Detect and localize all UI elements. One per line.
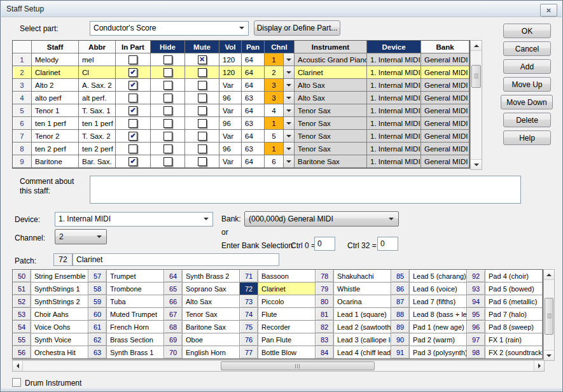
patch-name-cell[interactable]: FX 2 (soundtrack) <box>485 346 543 359</box>
patch-number-cell[interactable]: 71 <box>240 270 258 283</box>
patch-name-cell[interactable]: French Horn <box>107 321 164 333</box>
ctrl0-input[interactable] <box>314 237 335 251</box>
row-number[interactable]: 1 <box>13 53 32 66</box>
staff-name-cell[interactable]: ten 1 perf <box>32 117 79 130</box>
row-number[interactable]: 2 <box>13 66 32 79</box>
patch-number-cell[interactable]: 82 <box>316 321 334 333</box>
patch-number-cell[interactable]: 55 <box>13 333 31 346</box>
patch-number-cell[interactable]: 95 <box>467 308 485 321</box>
patch-number-cell[interactable]: 65 <box>164 283 183 295</box>
patch-number-cell[interactable]: 66 <box>164 295 183 308</box>
staff-name-cell[interactable]: Baritone <box>32 155 79 168</box>
mute-checkbox[interactable] <box>198 106 207 115</box>
hide-checkbox-cell[interactable] <box>151 104 185 117</box>
abbr-cell[interactable]: T. Sax. 2 <box>79 130 116 143</box>
patch-number-cell[interactable]: 67 <box>164 308 183 321</box>
patch-number-cell[interactable]: 93 <box>467 283 485 295</box>
abbr-cell[interactable]: ten 1 perf <box>79 117 116 130</box>
channel-cell[interactable]: 5 <box>265 130 284 143</box>
patch-name-cell[interactable]: Clarinet <box>258 283 316 295</box>
ctrl32-input[interactable] <box>377 237 398 251</box>
in-part-checkbox-cell[interactable]: ✔ <box>116 66 151 79</box>
patch-number-cell[interactable]: 92 <box>467 270 485 283</box>
instrument-cell[interactable]: Tenor Sax <box>295 117 367 130</box>
move-up-button[interactable]: Move Up <box>503 77 551 92</box>
patch-vscroll-thumb[interactable] <box>545 298 553 335</box>
bank-cell[interactable]: General MIDI <box>421 79 469 92</box>
patch-number-cell[interactable]: 87 <box>391 295 410 308</box>
device-cell[interactable]: 1. Internal MIDI <box>367 117 421 130</box>
patch-number-cell[interactable]: 73 <box>240 295 258 308</box>
in-part-checkbox-cell[interactable]: ✔ <box>116 155 151 168</box>
patch-name-cell[interactable]: Synth Brass 2 <box>183 270 240 283</box>
pan-cell[interactable]: 64 <box>242 104 265 117</box>
instrument-cell[interactable]: Acoustic Grand Piano <box>295 53 367 66</box>
patch-name-cell[interactable]: Piccolo <box>258 295 316 308</box>
in-part-checkbox-cell[interactable]: ✔ <box>116 104 151 117</box>
volume-cell[interactable]: 96 <box>219 92 242 104</box>
patch-number-cell[interactable]: 51 <box>13 283 31 295</box>
delete-button[interactable]: Delete <box>503 113 551 127</box>
hide-checkbox-cell[interactable] <box>151 53 185 66</box>
hide-checkbox[interactable] <box>163 81 172 90</box>
patch-name-cell[interactable]: Tuba <box>107 295 164 308</box>
patch-number-cell[interactable]: 64 <box>164 270 183 283</box>
channel-cell[interactable]: 2 <box>265 66 284 79</box>
channel-dropdown-button[interactable] <box>284 130 295 143</box>
patch-number-cell[interactable]: 84 <box>316 346 334 359</box>
channel-dropdown-button[interactable] <box>284 155 295 168</box>
pan-cell[interactable]: 63 <box>242 143 265 155</box>
patch-name-cell[interactable]: Recorder <box>258 321 316 333</box>
bank-dropdown[interactable]: (000,000d) General MIDI <box>244 211 399 227</box>
add-button[interactable]: Add <box>503 59 551 74</box>
channel-dropdown-button[interactable] <box>284 79 295 92</box>
staff-name-cell[interactable]: Melody <box>32 53 79 66</box>
channel-dropdown-button[interactable] <box>284 92 295 104</box>
mute-checkbox-cell[interactable] <box>185 130 219 143</box>
instrument-cell[interactable]: Tenor Sax <box>295 104 367 117</box>
patch-name-cell[interactable]: Trumpet <box>107 270 164 283</box>
patch-name-cell[interactable]: Lead 3 (calliope lead) <box>334 333 391 346</box>
device-cell[interactable]: 1. Internal MIDI <box>367 79 421 92</box>
patch-name-cell[interactable]: Voice Oohs <box>31 321 88 333</box>
channel-cell[interactable]: 6 <box>265 155 284 168</box>
patch-number-cell[interactable]: 61 <box>88 321 107 333</box>
patch-number-cell[interactable]: 96 <box>467 321 485 333</box>
hide-checkbox-cell[interactable] <box>151 66 185 79</box>
mute-checkbox-cell[interactable] <box>185 155 219 168</box>
drum-instrument-checkbox[interactable] <box>12 378 21 387</box>
patch-number-cell[interactable]: 72 <box>240 283 258 295</box>
bank-cell[interactable]: General MIDI <box>421 53 469 66</box>
patch-number-cell[interactable]: 70 <box>164 346 183 359</box>
patch-number-cell[interactable]: 94 <box>467 295 485 308</box>
staff-scrollbar-thumb[interactable] <box>471 65 481 88</box>
row-number[interactable]: 4 <box>13 92 32 104</box>
abbr-cell[interactable]: A. Sax. 2 <box>79 79 116 92</box>
device-cell[interactable]: 1. Internal MIDI <box>367 53 421 66</box>
scroll-down-button[interactable] <box>544 350 554 360</box>
patch-name-cell[interactable]: Whistle <box>334 283 391 295</box>
in-part-checkbox[interactable]: ✔ <box>129 132 137 141</box>
device-dropdown[interactable]: 1. Internal MIDI <box>55 212 213 227</box>
channel-dropdown-button[interactable] <box>284 66 295 79</box>
staff-name-cell[interactable]: Tenor 2 <box>32 130 79 143</box>
hide-checkbox-cell[interactable] <box>151 130 185 143</box>
patch-name-cell[interactable]: Pad 1 (new age) <box>410 321 467 333</box>
patch-number-cell[interactable]: 74 <box>240 308 258 321</box>
patch-number-cell[interactable]: 58 <box>88 283 107 295</box>
pan-cell[interactable]: 64 <box>242 155 265 168</box>
patch-name-cell[interactable]: Alto Sax <box>183 295 240 308</box>
patch-number-cell[interactable]: 76 <box>240 333 258 346</box>
in-part-checkbox-cell[interactable] <box>116 117 151 130</box>
device-cell[interactable]: 1. Internal MIDI <box>367 92 421 104</box>
mute-checkbox[interactable] <box>198 132 207 141</box>
patch-number-cell[interactable]: 90 <box>391 333 410 346</box>
row-number[interactable]: 8 <box>13 143 32 155</box>
staff-name-cell[interactable]: Alto 2 <box>32 79 79 92</box>
patch-number-cell[interactable]: 54 <box>13 321 31 333</box>
channel-cell[interactable]: 4 <box>265 104 284 117</box>
patch-name-cell[interactable]: Lead 8 (bass + lead) <box>410 308 467 321</box>
patch-number-cell[interactable]: 78 <box>316 270 334 283</box>
device-cell[interactable]: 1. Internal MIDI <box>367 66 421 79</box>
patch-number-cell[interactable]: 60 <box>88 308 107 321</box>
